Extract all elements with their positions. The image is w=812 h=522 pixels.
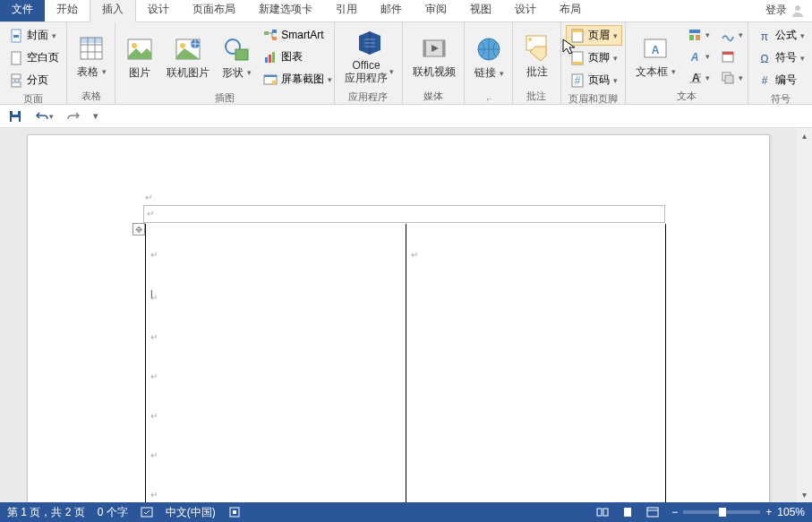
tab-view[interactable]: 视图 bbox=[458, 0, 503, 21]
scroll-track[interactable] bbox=[797, 143, 812, 487]
header-area[interactable]: ↵ bbox=[143, 205, 665, 223]
svg-rect-45 bbox=[696, 35, 700, 40]
user-icon bbox=[791, 4, 805, 18]
cover-page-button[interactable]: 封面▾ bbox=[4, 25, 64, 46]
page-status[interactable]: 第 1 页，共 2 页 bbox=[7, 505, 85, 520]
quick-access-toolbar: ▾ ▾ bbox=[0, 105, 812, 128]
tab-home[interactable]: 开始 bbox=[45, 0, 90, 21]
signature-button[interactable]: ▾ bbox=[716, 25, 748, 45]
tab-newtab[interactable]: 新建选项卡 bbox=[247, 0, 324, 21]
paragraph-mark: ↵ bbox=[150, 450, 158, 460]
object-button[interactable]: ▾ bbox=[716, 68, 748, 88]
page-break-button[interactable]: 分页 bbox=[4, 70, 64, 90]
chart-button[interactable]: 图表 bbox=[259, 47, 337, 67]
group-pages-label: 页面 bbox=[4, 90, 62, 106]
table-move-handle[interactable]: ✥ bbox=[132, 223, 145, 235]
svg-text:#: # bbox=[574, 74, 580, 87]
svg-rect-64 bbox=[597, 509, 602, 516]
group-illustrations: 图片 联机图片 形状▾ SmartArt 图表 屏幕截图▾ 插图 bbox=[115, 22, 335, 104]
paragraph-mark: ↵ bbox=[150, 411, 158, 421]
tab-layout2[interactable]: 布局 bbox=[548, 0, 593, 21]
proofing-button[interactable] bbox=[141, 506, 153, 518]
cover-page-label: 封面 bbox=[27, 28, 48, 43]
pictures-button[interactable]: 图片 bbox=[120, 25, 159, 90]
customize-qat-button[interactable]: ▾ bbox=[89, 107, 103, 124]
footer-label: 页脚 bbox=[588, 50, 610, 65]
vertical-scrollbar[interactable]: ▴ ▾ bbox=[797, 128, 812, 502]
login-button[interactable]: 登录 bbox=[758, 0, 812, 21]
svg-rect-20 bbox=[264, 31, 269, 35]
tab-layout[interactable]: 页面布局 bbox=[181, 0, 247, 21]
smartart-label: SmartArt bbox=[281, 29, 323, 41]
group-media: 联机视频 媒体 bbox=[403, 22, 465, 104]
print-layout-button[interactable] bbox=[621, 506, 634, 518]
shapes-button[interactable]: 形状▾ bbox=[217, 25, 257, 90]
link-button[interactable]: 链接▾ bbox=[469, 25, 509, 90]
footer-button[interactable]: 页脚▾ bbox=[566, 47, 622, 68]
ribbon: 封面▾ 空白页 分页 页面 表格▾ 表格 图片 联机图片 形状▾ SmartAr… bbox=[0, 22, 812, 105]
svg-rect-5 bbox=[12, 82, 21, 87]
tab-design2[interactable]: 设计 bbox=[503, 0, 548, 21]
tab-design[interactable]: 设计 bbox=[136, 0, 181, 21]
textbox-button[interactable]: A文本框▾ bbox=[630, 25, 681, 88]
zoom-slider[interactable] bbox=[683, 510, 760, 514]
tab-insert[interactable]: 插入 bbox=[90, 0, 136, 22]
page-number-button[interactable]: #页码▾ bbox=[566, 70, 622, 90]
status-bar: 第 1 页，共 2 页 0 个字 中文(中国) − + 105% bbox=[0, 502, 812, 522]
equation-button[interactable]: π公式▾ bbox=[753, 25, 809, 46]
svg-point-34 bbox=[528, 38, 532, 41]
paragraph-mark: ↵ bbox=[150, 250, 158, 260]
number-label: 编号 bbox=[775, 73, 797, 88]
web-layout-button[interactable] bbox=[646, 506, 659, 518]
chart-label: 图表 bbox=[281, 49, 303, 64]
zoom-out-button[interactable]: − bbox=[671, 506, 678, 518]
blank-page-button[interactable]: 空白页 bbox=[4, 47, 64, 68]
svg-rect-38 bbox=[572, 62, 583, 64]
document-area[interactable]: ↵ ↵ ✥ ↵ ↵ | ↵ ↵ ↵ ↵ ↵ ↵ ▴ ▾ bbox=[0, 128, 812, 502]
symbol-label: 符号 bbox=[775, 50, 797, 65]
online-pictures-button[interactable]: 联机图片 bbox=[161, 25, 215, 90]
office-apps-button[interactable]: Office应用程序 ▾ bbox=[339, 25, 399, 89]
svg-rect-67 bbox=[647, 508, 658, 517]
zoom-value[interactable]: 105% bbox=[777, 506, 805, 518]
language-status[interactable]: 中文(中国) bbox=[166, 505, 216, 520]
table-button[interactable]: 表格▾ bbox=[72, 25, 112, 88]
online-pictures-label: 联机图片 bbox=[167, 65, 209, 81]
number-button[interactable]: #编号 bbox=[753, 70, 809, 90]
zoom-in-button[interactable]: + bbox=[765, 506, 772, 518]
scroll-up-button[interactable]: ▴ bbox=[797, 128, 812, 143]
macro-button[interactable] bbox=[228, 506, 241, 518]
datetime-button[interactable] bbox=[716, 47, 748, 66]
symbol-button[interactable]: Ω符号▾ bbox=[753, 47, 809, 68]
online-video-button[interactable]: 联机视频 bbox=[407, 25, 461, 88]
pictures-label: 图片 bbox=[129, 65, 150, 81]
svg-rect-19 bbox=[235, 49, 248, 60]
comment-button[interactable]: 批注 bbox=[517, 25, 557, 88]
undo-button[interactable]: ▾ bbox=[30, 107, 58, 126]
group-tables: 表格▾ 表格 bbox=[67, 22, 115, 104]
group-apps: Office应用程序 ▾ 应用程序 bbox=[335, 22, 403, 104]
wordart-button[interactable]: A▾ bbox=[683, 47, 714, 66]
save-button[interactable] bbox=[4, 107, 27, 126]
page[interactable]: ↵ ↵ ✥ ↵ ↵ | ↵ ↵ ↵ ↵ ↵ ↵ bbox=[27, 134, 770, 502]
word-count[interactable]: 0 个字 bbox=[98, 505, 128, 520]
group-text: A文本框▾ ▾ A▾ A▾ ▾ ▾ 文本 bbox=[626, 22, 749, 104]
tab-references[interactable]: 引用 bbox=[324, 0, 369, 21]
header-button[interactable]: 页眉▾ bbox=[566, 25, 622, 46]
svg-rect-24 bbox=[269, 55, 271, 63]
quick-parts-button[interactable]: ▾ bbox=[683, 25, 714, 45]
read-mode-button[interactable] bbox=[596, 506, 609, 518]
svg-rect-4 bbox=[12, 74, 21, 79]
drop-cap-button[interactable]: A▾ bbox=[683, 68, 714, 88]
svg-point-16 bbox=[180, 43, 185, 48]
tab-mailings[interactable]: 邮件 bbox=[369, 0, 414, 21]
tab-review[interactable]: 审阅 bbox=[414, 0, 458, 21]
scroll-down-button[interactable]: ▾ bbox=[797, 487, 812, 502]
smartart-button[interactable]: SmartArt bbox=[259, 25, 337, 45]
zoom-thumb[interactable] bbox=[719, 508, 726, 517]
screenshot-button[interactable]: 屏幕截图▾ bbox=[259, 69, 337, 90]
redo-button[interactable] bbox=[62, 107, 85, 126]
tab-file[interactable]: 文件 bbox=[0, 0, 45, 21]
svg-rect-36 bbox=[572, 30, 583, 32]
paragraph-mark: ↵ bbox=[150, 372, 158, 381]
